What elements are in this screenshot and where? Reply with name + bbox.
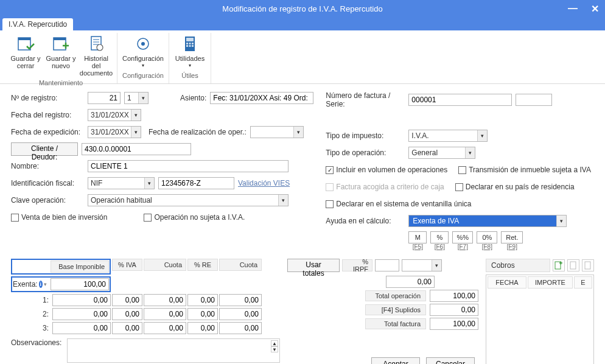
fecha-exped-combo[interactable]: 31/01/20XX▾ — [88, 126, 141, 138]
form-area: Nº de registro: 1▾ Asiento: Fecha del re… — [0, 84, 605, 364]
helper-0pct-button[interactable]: 0% — [477, 231, 497, 243]
pre-input[interactable] — [187, 294, 218, 306]
cuota2-input[interactable] — [219, 322, 262, 334]
nombre-input[interactable] — [88, 160, 289, 172]
helper-ret-button[interactable]: Ret. — [501, 231, 523, 243]
suplidos-value[interactable] — [430, 304, 478, 316]
observaciones-input[interactable]: ▲ ▼ — [67, 338, 280, 363]
row-label: 3: — [11, 324, 51, 332]
svg-point-8 — [97, 44, 103, 51]
validacion-vies-link[interactable]: Validación VIES — [238, 179, 290, 187]
pre-input[interactable] — [187, 308, 218, 320]
piva-input[interactable] — [112, 294, 142, 306]
pre-input[interactable] — [187, 322, 218, 334]
obs-up-button[interactable]: ▲ — [271, 340, 278, 346]
helper-pct-button[interactable]: % — [430, 231, 449, 243]
guardar-nuevo-button[interactable]: Guardar y nuevo — [44, 33, 78, 78]
cancelar-button[interactable]: Cancelar — [426, 357, 475, 364]
idfiscal-tipo-combo[interactable]: NIF▾ — [88, 177, 155, 189]
cuota2-input[interactable] — [219, 294, 262, 306]
hdr-cuota2: Cuota — [219, 259, 262, 271]
tipo-impuesto-combo[interactable]: I.V.A.▾ — [408, 130, 488, 142]
observaciones-label: Observaciones: — [11, 338, 63, 347]
cliente-deudor-input[interactable] — [82, 143, 191, 155]
cuota2-input[interactable] — [219, 308, 262, 320]
retencion-combo[interactable]: ▾ — [402, 259, 442, 271]
svg-rect-12 — [186, 38, 194, 41]
total-op-value — [430, 290, 478, 302]
pirpf-input[interactable] — [375, 259, 399, 271]
idfiscal-label: Identificación fiscal: — [11, 179, 84, 187]
svg-rect-1 — [18, 38, 30, 40]
calculator-icon — [180, 34, 200, 54]
save-new-icon — [51, 34, 71, 54]
configuracion-button[interactable]: Configuración ▾ — [121, 33, 165, 71]
transmision-inmueble-checkbox[interactable]: Transmisión de inmueble sujeta a IVA — [458, 166, 591, 174]
cobros-edit-button[interactable] — [567, 259, 579, 271]
helper-m-button[interactable]: M — [408, 231, 427, 243]
exenta-input[interactable] — [51, 278, 109, 290]
svg-rect-18 — [192, 45, 194, 47]
base-input[interactable] — [52, 322, 111, 334]
document-x-icon — [584, 261, 592, 270]
table-row: 3: — [11, 322, 280, 334]
obs-down-button[interactable]: ▼ — [271, 346, 278, 352]
piva-input[interactable] — [112, 322, 142, 334]
tab-iva-repercutido[interactable]: I.V.A. Repercutido — [2, 18, 73, 30]
cuota1-input[interactable] — [144, 322, 186, 334]
idfiscal-input[interactable] — [158, 177, 234, 189]
numfactura-label: Número de factura / Serie: — [326, 91, 405, 108]
declarar-ventanilla-checkbox[interactable]: Declarar en el sistema de ventanilla úni… — [326, 200, 471, 208]
irpf-amount — [386, 276, 435, 288]
cliente-deudor-button[interactable]: Cliente / Deudor: — [11, 142, 78, 156]
svg-rect-15 — [192, 43, 194, 44]
hdr-piva: % IVA — [112, 259, 142, 271]
hdr-irpf: % IRPF — [342, 259, 372, 271]
utilidades-button[interactable]: Utilidades ▾ — [173, 33, 207, 71]
svg-rect-20 — [570, 262, 576, 269]
base-input[interactable] — [52, 294, 111, 306]
cobros-add-button[interactable] — [553, 259, 565, 271]
window-title: Modificación de registro de I.V.A. Reper… — [222, 4, 382, 13]
base-input[interactable] — [52, 308, 111, 320]
helper-pctpct-button[interactable]: %% — [452, 231, 473, 243]
fecha-oper-combo[interactable]: ▾ — [250, 126, 304, 138]
asiento-label: Asiento: — [180, 94, 206, 102]
cobros-label: Cobros — [486, 259, 550, 272]
fecha-registro-combo[interactable]: 31/01/20XX▾ — [88, 109, 141, 121]
cobros-panel: Cobros FECHA IMPORTE E — [486, 259, 594, 364]
asiento-input[interactable] — [210, 92, 313, 104]
minimize-button[interactable]: — — [564, 3, 581, 14]
info-icon: i — [39, 281, 43, 288]
cuota1-input[interactable] — [144, 294, 186, 306]
svg-rect-16 — [186, 45, 188, 47]
piva-input[interactable] — [112, 308, 142, 320]
svg-rect-14 — [189, 43, 191, 44]
op-no-sujeta-checkbox[interactable]: Operación no sujeta a I.V.A. — [144, 213, 245, 222]
close-button[interactable]: ✕ — [587, 3, 603, 15]
declarar-pais-checkbox[interactable]: Declarar en su país de residencia — [455, 183, 575, 191]
numfactura-input[interactable] — [408, 94, 512, 106]
nregistro-input[interactable] — [88, 92, 121, 104]
ayuda-calculo-combo[interactable]: Exenta de IVA▾ — [408, 215, 567, 227]
serie-input[interactable] — [516, 94, 552, 106]
total-op-label: Total operación — [365, 290, 426, 301]
cobros-col-importe: IMPORTE — [528, 276, 573, 289]
incluir-volumen-checkbox[interactable]: ✓Incluir en volumen de operaciones — [326, 166, 447, 174]
clave-op-combo[interactable]: Operación habitual▾ — [88, 194, 289, 206]
chevron-down-icon[interactable]: ▾ — [44, 281, 47, 287]
historial-button[interactable]: Historial del documento — [79, 33, 113, 78]
cuota1-input[interactable] — [144, 308, 186, 320]
guardar-cerrar-button[interactable]: Guardar y cerrar — [9, 33, 43, 78]
titlebar: Modificación de registro de I.V.A. Reper… — [0, 0, 605, 17]
tipo-impuesto-label: Tipo de impuesto: — [326, 131, 405, 140]
tipo-operacion-combo[interactable]: General▾ — [408, 147, 475, 159]
venta-bien-checkbox[interactable]: Venta de bien de inversión — [11, 213, 107, 222]
usar-totales-button[interactable]: Usar totales — [287, 259, 340, 272]
ribbon-group-configuracion: Configuración ▾ Configuración — [117, 33, 169, 83]
document-plus-icon — [554, 261, 563, 270]
cobros-delete-button[interactable] — [582, 259, 594, 271]
aceptar-button[interactable]: Aceptar — [371, 357, 420, 364]
nregistro-aux-combo[interactable]: 1▾ — [124, 92, 149, 104]
suplidos-label: [F4] Suplidos — [365, 304, 426, 315]
